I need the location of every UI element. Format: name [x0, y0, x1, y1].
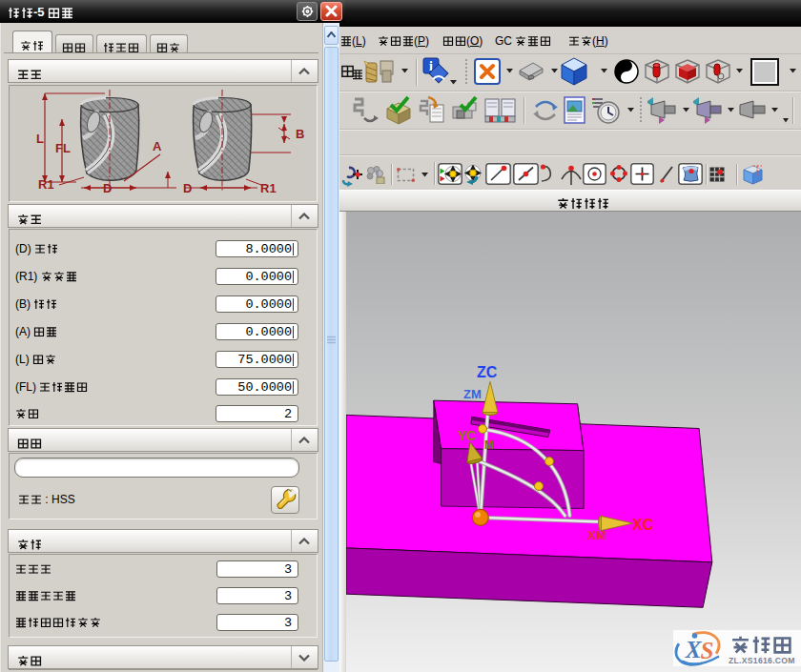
svg-text:A: A	[153, 139, 162, 153]
svg-text:B: B	[296, 127, 304, 141]
svg-text:R1: R1	[38, 177, 54, 192]
svg-text:ZC: ZC	[477, 364, 498, 380]
svg-text:D: D	[183, 181, 192, 195]
svg-text:XM: XM	[587, 528, 606, 542]
svg-text:FL: FL	[55, 141, 71, 155]
svg-text:R1: R1	[260, 181, 277, 195]
svg-text:ZL.XS1616.COM: ZL.XS1616.COM	[729, 656, 795, 665]
svg-text:L: L	[36, 132, 44, 146]
svg-text:ZM: ZM	[463, 387, 482, 401]
svg-text:YC: YC	[458, 428, 476, 443]
svg-text:M: M	[484, 438, 494, 452]
svg-text:D: D	[103, 181, 112, 195]
svg-text:XC: XC	[632, 517, 654, 533]
svg-text:S: S	[701, 638, 714, 663]
